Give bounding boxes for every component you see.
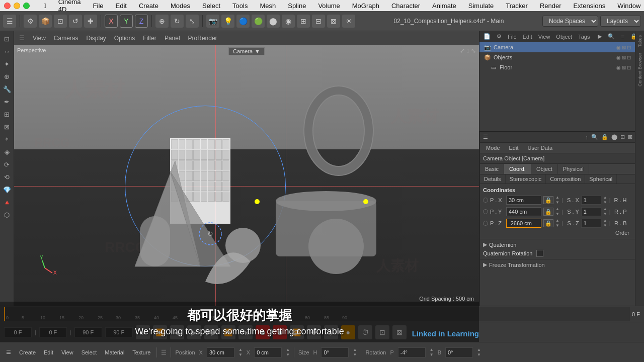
- ob-menu-texture[interactable]: Texture: [130, 348, 152, 356]
- rt-tab-object[interactable]: Object: [554, 33, 574, 41]
- tab2-composition[interactable]: Composition: [546, 174, 585, 184]
- rr-label-takes[interactable]: Takes: [637, 33, 642, 49]
- transport-icon-2[interactable]: ⊡: [375, 325, 389, 339]
- toolbar-icon-scale[interactable]: ⤡: [186, 15, 199, 28]
- ob-stepper-p[interactable]: ▲▼: [430, 347, 434, 357]
- coord-stepper-sx[interactable]: ▲▼: [603, 195, 607, 205]
- ls-icon-2[interactable]: ↔: [2, 46, 13, 57]
- rt-icon-file[interactable]: 📄: [481, 32, 493, 41]
- toolbar-icon-5[interactable]: ✚: [84, 15, 97, 28]
- transport-add-keyframe[interactable]: ✚: [307, 325, 321, 339]
- transport-to-start[interactable]: ⏮: [136, 325, 150, 339]
- rt-icon-settings[interactable]: ⚙: [495, 32, 504, 41]
- vt-options[interactable]: Options: [112, 34, 137, 43]
- ob-icon-hamburger2[interactable]: ☰: [161, 349, 167, 356]
- coord-input-sz[interactable]: [581, 219, 601, 228]
- props-icon-3[interactable]: ⊡: [620, 134, 625, 140]
- vp-icon-1[interactable]: ⤢: [460, 47, 465, 54]
- tree-action-f1[interactable]: ◉: [616, 65, 621, 70]
- mode-btn-edit[interactable]: Edit: [506, 144, 522, 151]
- ls-icon-13[interactable]: 💎: [2, 184, 13, 195]
- vt-filter[interactable]: Filter: [141, 34, 158, 43]
- ob-input-p[interactable]: [398, 347, 426, 357]
- rt-tab-tags[interactable]: Tags: [576, 33, 592, 41]
- menu-tools[interactable]: Tools: [230, 1, 250, 11]
- rr-label-content[interactable]: Content Browser: [637, 51, 642, 88]
- tree-action-o3[interactable]: ⊡: [627, 55, 631, 60]
- ob-input-h[interactable]: [321, 347, 349, 357]
- tree-action-c2[interactable]: ⊠: [622, 45, 626, 50]
- coord-input-px[interactable]: [506, 196, 541, 205]
- toolbar-icon-z[interactable]: Z: [135, 15, 148, 28]
- coord-stepper-px[interactable]: ▲▼: [555, 195, 559, 205]
- menu-render[interactable]: Render: [538, 1, 564, 11]
- ls-icon-11[interactable]: ⟳: [2, 159, 13, 170]
- tree-action-o2[interactable]: ⊠: [622, 55, 626, 60]
- tree-action-c3[interactable]: ⊡: [627, 45, 631, 50]
- tree-action-c1[interactable]: ◉: [616, 45, 621, 50]
- quat-expand[interactable]: ▶: [483, 241, 487, 248]
- tree-item-camera[interactable]: 📷 Camera ◉ ⊠ ⊡: [479, 42, 635, 52]
- ob-input-y[interactable]: [254, 347, 282, 357]
- props-icon-search[interactable]: 🔍: [591, 134, 598, 140]
- transport-next-frame[interactable]: ⏩: [221, 325, 235, 339]
- props-icon-up[interactable]: ↑: [586, 134, 589, 140]
- menu-modes[interactable]: Modes: [169, 1, 192, 11]
- ls-icon-6[interactable]: ✒: [2, 96, 13, 107]
- transport-prev[interactable]: ◀: [170, 325, 184, 339]
- vt-panel[interactable]: Panel: [163, 34, 182, 43]
- props-icon-4[interactable]: ⊠: [628, 134, 632, 140]
- coord-dot-pz[interactable]: [483, 221, 488, 226]
- rt-tab-edit[interactable]: Edit: [521, 33, 534, 41]
- transport-prev-frame[interactable]: ⏪: [153, 325, 167, 339]
- tab2-details[interactable]: Details: [480, 174, 506, 184]
- ob-stepper-y[interactable]: ▲▼: [286, 347, 290, 357]
- transport-current-frame[interactable]: [4, 327, 32, 337]
- tab-object[interactable]: Object: [531, 164, 558, 174]
- transport-timeline[interactable]: ⏱: [358, 325, 372, 339]
- vt-prorender[interactable]: ProRender: [186, 34, 219, 43]
- tree-item-floor[interactable]: ▭ Floor ◉ ⊠ ⊡: [479, 62, 635, 72]
- layouts-dropdown[interactable]: Layouts: [600, 16, 641, 27]
- vp-icon-2[interactable]: ↕: [466, 47, 469, 54]
- transport-record-btn-2[interactable]: ⏺: [273, 325, 287, 339]
- coord-lock-px[interactable]: 🔒: [543, 196, 553, 204]
- ob-menu-edit[interactable]: Edit: [42, 348, 55, 356]
- tab2-spherical[interactable]: Spherical: [585, 174, 617, 184]
- transport-icon-3[interactable]: ⊠: [392, 325, 407, 339]
- toolbar-icon-x[interactable]: X: [105, 15, 118, 28]
- coord-lock-pz[interactable]: 🔒: [543, 219, 553, 227]
- ob-stepper-x[interactable]: ▲▼: [238, 347, 243, 357]
- ob-menu-material[interactable]: Material: [103, 348, 126, 356]
- toolbar-icon-move[interactable]: ⊕: [155, 15, 169, 28]
- props-header-icon-hamburger[interactable]: ☰: [483, 134, 488, 140]
- menu-mograph[interactable]: MoGraph: [350, 1, 381, 11]
- toolbar-icon-render-settings[interactable]: ⚙: [24, 15, 37, 28]
- ob-menu-view[interactable]: View: [59, 348, 75, 356]
- tree-action-f2[interactable]: ⊠: [622, 65, 626, 70]
- rt-tab-file[interactable]: File: [506, 33, 519, 41]
- coord-input-pz[interactable]: [506, 219, 541, 228]
- coord-stepper-py[interactable]: ▲▼: [555, 207, 559, 217]
- props-icon-live[interactable]: ⬤: [611, 134, 617, 140]
- ls-icon-8[interactable]: ⊠: [2, 121, 13, 132]
- ob-stepper-h[interactable]: ▲▼: [353, 347, 357, 357]
- ls-icon-10[interactable]: ◈: [2, 146, 13, 157]
- toolbar-hamburger[interactable]: ☰: [3, 15, 16, 28]
- transport-start-frame[interactable]: [39, 327, 67, 337]
- tree-item-objects[interactable]: 📦 Objects ◉ ⊠ ⊡: [479, 52, 635, 62]
- ls-icon-1[interactable]: ⊡: [2, 33, 13, 44]
- vt-hamburger[interactable]: ☰: [17, 34, 27, 43]
- ls-icon-9[interactable]: ⌖: [2, 134, 13, 145]
- coord-stepper-sz[interactable]: ▲▼: [603, 218, 607, 228]
- menu-character[interactable]: Character: [389, 1, 422, 11]
- tab-basic[interactable]: Basic: [480, 164, 504, 174]
- vt-view[interactable]: View: [31, 34, 48, 43]
- toolbar-icon-bulb[interactable]: ☀: [342, 15, 355, 28]
- close-button[interactable]: [4, 3, 11, 9]
- ob-hamburger[interactable]: ☰: [4, 348, 13, 356]
- transport-to-end[interactable]: ⏭: [238, 325, 253, 339]
- rt-icon-search[interactable]: 🔍: [606, 32, 617, 41]
- ls-icon-4[interactable]: ⊕: [2, 71, 13, 82]
- transport-end2[interactable]: [105, 327, 133, 337]
